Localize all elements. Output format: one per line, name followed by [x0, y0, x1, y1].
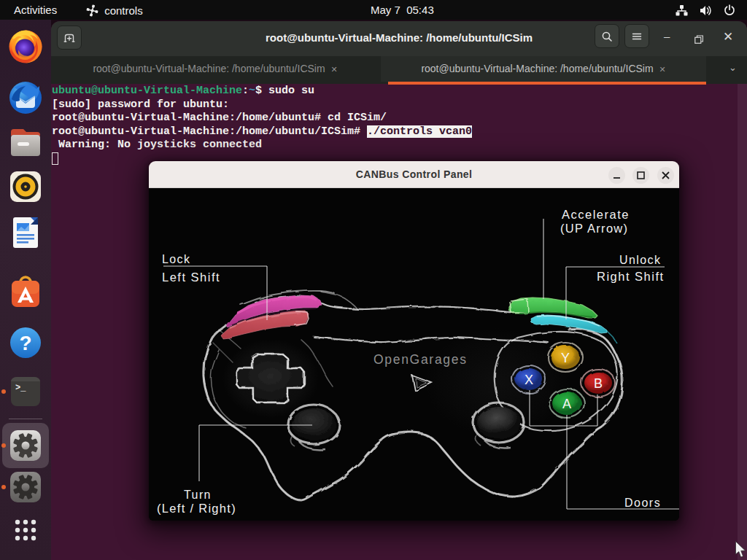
svg-text:(UP Arrow): (UP Arrow)	[560, 222, 628, 235]
svg-text:Right Shift: Right Shift	[597, 270, 665, 283]
svg-text:(Left / Right): (Left / Right)	[157, 502, 236, 515]
svg-text:?: ?	[19, 332, 31, 354]
svg-text:B: B	[594, 376, 603, 391]
svg-text:Accelerate: Accelerate	[562, 208, 630, 221]
svg-text:X: X	[525, 373, 533, 387]
svg-text:>_: >_	[15, 383, 26, 393]
svg-text:Lock: Lock	[162, 253, 190, 265]
svg-text:Turn: Turn	[184, 489, 212, 501]
svg-text:A: A	[562, 397, 571, 411]
svg-text:Y: Y	[561, 351, 570, 365]
svg-text:Doors: Doors	[624, 497, 661, 509]
svg-text:Unlock: Unlock	[619, 254, 661, 266]
svg-text:Left Shift: Left Shift	[162, 271, 220, 284]
svg-text:OpenGarages: OpenGarages	[374, 352, 468, 367]
